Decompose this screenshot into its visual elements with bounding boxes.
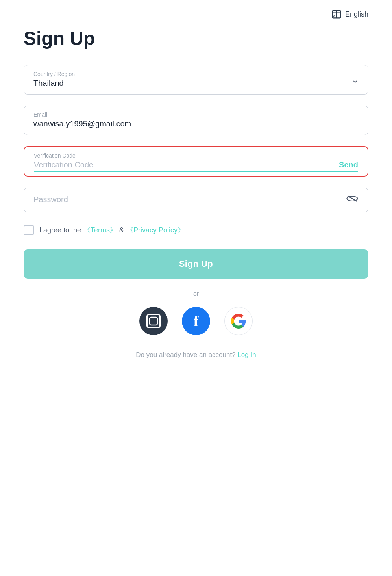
signup-button[interactable]: Sign Up [24,249,368,279]
email-label: Email [33,111,359,118]
country-value: Thailand [33,79,359,88]
page-title: Sign Up [24,28,368,49]
google-signin-button[interactable] [224,307,253,335]
email-field[interactable]: Email wanwisa.y1995@gmail.com [24,106,368,135]
facebook-icon: f [194,314,199,329]
eye-hidden-icon[interactable] [346,193,359,206]
language-label: English [345,10,368,19]
svg-point-6 [152,320,155,322]
have-account-text: Do you already have an account? [136,351,235,359]
terms-link[interactable]: 《Terms》 [83,225,117,235]
twitter-icon [146,314,161,328]
verification-placeholder: Verification Code [34,160,339,169]
chevron-down-icon: ⌄ [351,75,359,85]
social-buttons: f [24,307,368,335]
twitter-signin-button[interactable] [139,307,168,335]
translate-icon: A [331,9,342,20]
country-label: Country / Region [33,71,359,77]
page-container: A English Sign Up Country / Region Thail… [0,0,392,576]
google-icon [231,314,246,329]
agree-row: I agree to the 《Terms》 & 《Privacy Policy… [24,225,368,235]
privacy-policy-link[interactable]: 《Privacy Policy》 [126,225,185,235]
facebook-signin-button[interactable]: f [182,307,210,335]
login-link[interactable]: Log In [237,351,256,359]
email-value: wanwisa.y1995@gmail.com [33,119,359,128]
signup-form: Country / Region Thailand ⌄ Email wanwis… [24,65,368,279]
password-placeholder: Password [33,195,68,204]
divider-right [206,294,368,294]
language-selector[interactable]: A English [24,0,368,24]
divider-left [24,294,186,294]
verification-label: Verification Code [34,152,358,159]
or-label: or [193,290,199,297]
country-region-field[interactable]: Country / Region Thailand ⌄ [24,65,368,95]
verification-code-field[interactable]: Verification Code Verification Code Send [24,146,368,177]
footer: Do you already have an account? Log In [24,351,368,375]
agree-checkbox[interactable] [24,225,34,235]
or-divider: or [24,290,368,297]
agree-text: I agree to the 《Terms》 & 《Privacy Policy… [39,225,185,235]
send-verification-button[interactable]: Send [339,160,358,169]
password-field[interactable]: Password [24,188,368,212]
svg-text:A: A [333,15,335,17]
